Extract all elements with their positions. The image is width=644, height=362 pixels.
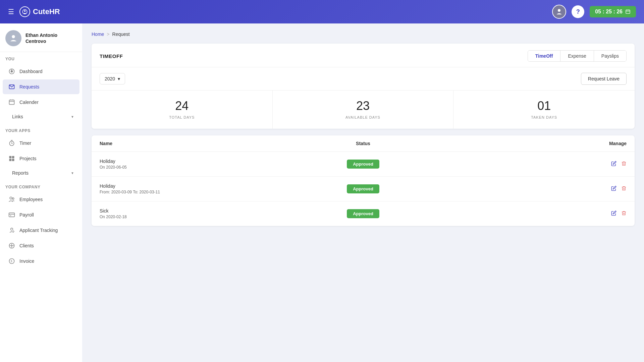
sidebar-item-employees[interactable]: Employees <box>3 192 79 207</box>
dashboard-icon <box>8 68 15 75</box>
clients-label: Clients <box>19 243 34 248</box>
sidebar-item-projects[interactable]: Projects <box>3 151 79 166</box>
sidebar-item-invoice[interactable]: $ Invoice <box>3 254 79 268</box>
timeoff-card: TIMEOFF TimeOff Expense Payslips 2020 ▾ … <box>92 44 635 129</box>
tab-timeoff[interactable]: TimeOff <box>528 51 561 61</box>
row1-name-sub: On 2020-06-05 <box>100 165 275 170</box>
year-select[interactable]: 2020 ▾ <box>100 73 125 84</box>
tab-payslips[interactable]: Payslips <box>594 51 626 61</box>
invoice-icon: $ <box>8 257 15 265</box>
svg-point-26 <box>10 197 12 199</box>
help-button[interactable]: ? <box>572 5 584 18</box>
row3-status-badge: Approved <box>347 209 379 218</box>
calender-icon <box>8 99 15 106</box>
sidebar-item-timer[interactable]: Timer <box>3 136 79 150</box>
tab-expense[interactable]: Expense <box>560 51 594 61</box>
timer-value: 05 : 25 : 26 <box>595 9 623 15</box>
projects-icon <box>8 155 15 162</box>
stat-total-days: 24 TOTAL DAYS <box>92 90 273 129</box>
delete-icon <box>621 186 627 191</box>
links-label: Links <box>12 114 23 119</box>
row2-delete-button[interactable] <box>621 186 627 192</box>
payroll-icon <box>8 211 15 219</box>
edit-icon <box>611 186 616 191</box>
row3-edit-button[interactable] <box>611 210 616 217</box>
svg-point-7 <box>12 35 15 38</box>
row1-manage <box>451 161 627 168</box>
svg-rect-28 <box>9 213 15 217</box>
available-days-number: 23 <box>279 100 447 112</box>
hamburger-icon[interactable]: ☰ <box>8 8 14 16</box>
employees-label: Employees <box>19 197 43 202</box>
row3-delete-button[interactable] <box>621 210 627 217</box>
logo-area: CuteHR <box>19 6 60 17</box>
timer-icon <box>625 9 631 14</box>
timer-nav-label: Timer <box>19 140 31 146</box>
row3-name-sub: On 2020-02-18 <box>100 215 275 219</box>
projects-label: Projects <box>19 156 37 161</box>
topnav-avatar[interactable] <box>552 5 566 19</box>
svg-rect-19 <box>12 156 14 159</box>
edit-icon <box>611 161 616 166</box>
breadcrumb-home[interactable]: Home <box>92 32 104 37</box>
invoice-svg: $ <box>8 258 15 264</box>
row2-status-badge: Approved <box>347 184 379 193</box>
sidebar-avatar-icon <box>9 34 18 43</box>
timer-nav-svg <box>8 140 15 146</box>
svg-rect-3 <box>626 10 630 14</box>
col-header-name: Name <box>100 141 275 146</box>
svg-point-1 <box>24 10 26 12</box>
table-row: Sick On 2020-02-18 Approved <box>92 201 635 226</box>
taken-days-label: TAKEN DAYS <box>460 115 628 119</box>
clients-svg <box>8 242 15 249</box>
payroll-label: Payroll <box>19 212 34 218</box>
applicant-tracking-icon <box>8 227 15 234</box>
logo-text: CuteHR <box>33 7 60 16</box>
available-days-label: AVAILABLE DAYS <box>279 115 447 119</box>
delete-icon <box>621 210 627 216</box>
edit-icon <box>611 210 616 216</box>
row3-name: Sick On 2020-02-18 <box>100 208 275 219</box>
sidebar-item-links[interactable]: Links ▼ <box>3 110 79 123</box>
delete-icon <box>621 161 627 166</box>
svg-point-31 <box>11 228 13 230</box>
sidebar-item-clients[interactable]: Clients <box>3 238 79 253</box>
body-area: Ethan AntonioCentrovo You Dashboard Requ… <box>0 23 644 362</box>
reports-label: Reports <box>12 170 29 176</box>
reports-left: Reports <box>8 170 29 176</box>
sidebar-item-dashboard[interactable]: Dashboard <box>3 64 79 79</box>
logo-icon <box>19 6 30 17</box>
main-content: Home > Request TIMEOFF TimeOff Expense P… <box>82 23 644 362</box>
sidebar-item-payroll[interactable]: Payroll <box>3 207 79 222</box>
row1-name: Holiday On 2020-06-05 <box>100 159 275 170</box>
you-section-label: You <box>0 52 82 63</box>
row1-delete-button[interactable] <box>621 161 627 168</box>
avatar-image <box>555 8 563 16</box>
breadcrumb-separator: > <box>107 32 109 37</box>
projects-svg <box>8 155 15 162</box>
sidebar-item-requests[interactable]: Requests <box>3 79 79 94</box>
request-leave-button[interactable]: Request Leave <box>581 73 627 85</box>
requests-label: Requests <box>19 84 39 89</box>
sidebar-user: Ethan AntonioCentrovo <box>0 23 82 52</box>
row2-edit-button[interactable] <box>611 186 616 192</box>
topnav-right: ? 05 : 25 : 26 <box>552 5 636 19</box>
reports-arrow-icon: ▼ <box>71 171 74 175</box>
row1-status: Approved <box>275 160 451 169</box>
applicant-tracking-label: Applicant Tracking <box>19 228 58 233</box>
row1-edit-button[interactable] <box>611 161 616 168</box>
svg-rect-18 <box>9 156 12 159</box>
row2-name-sub: From: 2020-03-09 To: 2020-03-11 <box>100 190 275 194</box>
timer-button[interactable]: 05 : 25 : 26 <box>590 6 636 17</box>
breadcrumb: Home > Request <box>92 32 635 37</box>
topnav-left: ☰ CuteHR <box>8 6 60 17</box>
timeoff-header: TIMEOFF TimeOff Expense Payslips <box>92 44 635 67</box>
sidebar-avatar <box>5 30 21 46</box>
requests-table: Name Status Manage Holiday On 2020-06-05… <box>92 135 635 226</box>
sidebar-item-calender[interactable]: Calender <box>3 95 79 110</box>
your-company-section-label: Your Company <box>0 180 82 191</box>
sidebar-item-applicant-tracking[interactable]: Applicant Tracking <box>3 223 79 238</box>
invoice-label: Invoice <box>19 258 34 264</box>
sidebar-item-reports[interactable]: Reports ▼ <box>3 167 79 179</box>
timer-nav-icon <box>8 139 15 147</box>
